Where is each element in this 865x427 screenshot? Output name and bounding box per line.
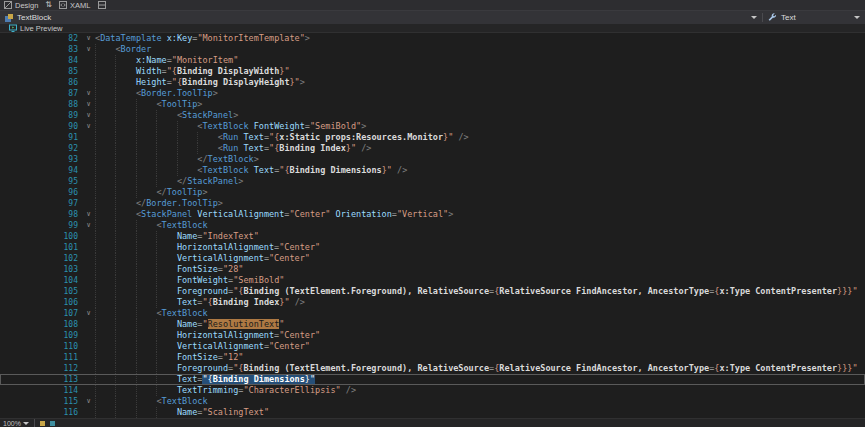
line-number[interactable]: 97 — [0, 198, 82, 209]
code-line[interactable]: 114TextTrimming="CharacterEllipsis" /> — [0, 385, 865, 396]
code-line[interactable]: 89∨<StackPanel> — [0, 110, 865, 121]
line-number[interactable]: 87 — [0, 88, 82, 99]
line-number[interactable]: 102 — [0, 253, 82, 264]
line-number[interactable]: 116 — [0, 407, 82, 418]
line-number[interactable]: 86 — [0, 77, 82, 88]
code-token: Name — [177, 319, 197, 329]
indent-guide — [95, 385, 115, 396]
design-tab-label: Design — [15, 1, 38, 10]
line-number[interactable]: 85 — [0, 66, 82, 77]
code-line[interactable]: 109HorizontalAlignment="Center" — [0, 330, 865, 341]
code-line[interactable]: 82∨<DataTemplate x:Key="MonitorItemTempl… — [0, 33, 865, 44]
code-line[interactable]: 83∨<Border — [0, 44, 865, 55]
line-number[interactable]: 99 — [0, 220, 82, 231]
fold-collapse-icon[interactable]: ∨ — [82, 110, 95, 121]
line-number[interactable]: 82 — [0, 33, 82, 44]
line-number[interactable]: 96 — [0, 187, 82, 198]
xaml-tab[interactable]: XAML — [59, 1, 90, 10]
line-number[interactable]: 89 — [0, 110, 82, 121]
code-line[interactable]: 104FontWeight="SemiBold" — [0, 275, 865, 286]
code-line[interactable]: 94<TextBlock Text="{Binding Dimensions}"… — [0, 165, 865, 176]
code-line[interactable]: 105Foreground="{Binding (TextElement.For… — [0, 286, 865, 297]
fold-collapse-icon[interactable]: ∨ — [82, 44, 95, 55]
code-editor[interactable]: 82∨<DataTemplate x:Key="MonitorItemTempl… — [0, 33, 865, 418]
code-line[interactable]: 103FontSize="28" — [0, 264, 865, 275]
code-line[interactable]: 99∨<TextBlock — [0, 220, 865, 231]
code-text: FontSize="12" — [95, 352, 865, 363]
line-number[interactable]: 107 — [0, 308, 82, 319]
status-icon[interactable] — [50, 421, 55, 426]
design-tab[interactable]: Design — [4, 1, 38, 10]
swap-panes-icon[interactable]: ⇅ — [45, 1, 52, 9]
line-number[interactable]: 113 — [0, 374, 82, 385]
line-number[interactable]: 95 — [0, 176, 82, 187]
line-number[interactable]: 84 — [0, 55, 82, 66]
code-line[interactable]: 91<Run Text="{x:Static props:Resources.M… — [0, 132, 865, 143]
fold-collapse-icon[interactable]: ∨ — [82, 88, 95, 99]
indent-guide — [95, 275, 115, 286]
code-line[interactable]: 108Name="ResolutionText" — [0, 319, 865, 330]
line-number[interactable]: 111 — [0, 352, 82, 363]
line-number[interactable]: 115 — [0, 396, 82, 407]
fold-collapse-icon[interactable]: ∨ — [82, 33, 95, 44]
line-number[interactable]: 90 — [0, 121, 82, 132]
line-number[interactable]: 104 — [0, 275, 82, 286]
indent-guide — [95, 396, 115, 407]
fold-collapse-icon[interactable]: ∨ — [82, 121, 95, 132]
split-view-icon[interactable] — [98, 1, 106, 9]
line-number[interactable]: 114 — [0, 385, 82, 396]
code-line[interactable]: 96</ToolTip> — [0, 187, 865, 198]
code-line[interactable]: 100Name="IndexText" — [0, 231, 865, 242]
indent-guide — [156, 319, 176, 330]
line-number[interactable]: 105 — [0, 286, 82, 297]
element-breadcrumb-dropdown[interactable]: TextBlock — [0, 11, 762, 24]
code-token: "MonitorItemTemplate" — [197, 33, 304, 43]
code-line[interactable]: 97</Border.ToolTip> — [0, 198, 865, 209]
code-line[interactable]: 116Name="ScalingText" — [0, 407, 865, 418]
line-number[interactable]: 94 — [0, 165, 82, 176]
code-line[interactable]: 84x:Name="MonitorItem" — [0, 55, 865, 66]
code-line[interactable]: 113Text="{Binding Dimensions}" — [0, 374, 865, 385]
line-number[interactable]: 98 — [0, 209, 82, 220]
line-number[interactable]: 92 — [0, 143, 82, 154]
health-indicator-icon[interactable] — [40, 421, 45, 426]
code-line[interactable]: 86Height="{Binding DisplayHeight}"> — [0, 77, 865, 88]
line-number[interactable]: 93 — [0, 154, 82, 165]
code-line[interactable]: 102VerticalAlignment="Center" — [0, 253, 865, 264]
line-number[interactable]: 112 — [0, 363, 82, 374]
line-number[interactable]: 83 — [0, 44, 82, 55]
code-line[interactable]: 88∨<ToolTip> — [0, 99, 865, 110]
code-line[interactable]: 115∨<TextBlock — [0, 396, 865, 407]
line-number[interactable]: 88 — [0, 99, 82, 110]
fold-collapse-icon[interactable]: ∨ — [82, 209, 95, 220]
property-breadcrumb-dropdown[interactable]: Text — [763, 11, 865, 24]
fold-collapse-icon[interactable]: ∨ — [82, 220, 95, 231]
line-number[interactable]: 106 — [0, 297, 82, 308]
line-number[interactable]: 108 — [0, 319, 82, 330]
code-line[interactable]: 98∨<StackPanel VerticalAlignment="Center… — [0, 209, 865, 220]
code-line[interactable]: 107∨<TextBlock — [0, 308, 865, 319]
line-number[interactable]: 100 — [0, 231, 82, 242]
code-line[interactable]: 111FontSize="12" — [0, 352, 865, 363]
code-line[interactable]: 93</TextBlock> — [0, 154, 865, 165]
line-number[interactable]: 109 — [0, 330, 82, 341]
line-number[interactable]: 103 — [0, 264, 82, 275]
code-line[interactable]: 101HorizontalAlignment="Center" — [0, 242, 865, 253]
fold-collapse-icon[interactable]: ∨ — [82, 99, 95, 110]
line-number[interactable]: 91 — [0, 132, 82, 143]
line-number[interactable]: 101 — [0, 242, 82, 253]
code-line[interactable]: 90∨<TextBlock FontWeight="SemiBold"> — [0, 121, 865, 132]
code-line[interactable]: 110VerticalAlignment="Center" — [0, 341, 865, 352]
live-preview-label[interactable]: Live Preview — [20, 24, 63, 33]
line-number[interactable]: 110 — [0, 341, 82, 352]
code-line[interactable]: 95</StackPanel> — [0, 176, 865, 187]
fold-collapse-icon[interactable]: ∨ — [82, 308, 95, 319]
code-line[interactable]: 106Text="{Binding Index}" /> — [0, 297, 865, 308]
code-line[interactable]: 92<Run Text="{Binding Index}" /> — [0, 143, 865, 154]
code-line[interactable]: 85Width="{Binding DisplayWidth}" — [0, 66, 865, 77]
code-line[interactable]: 112Foreground="{Binding (TextElement.For… — [0, 363, 865, 374]
code-line[interactable]: 87∨<Border.ToolTip> — [0, 88, 865, 99]
fold-collapse-icon[interactable]: ∨ — [82, 396, 95, 407]
zoom-control[interactable]: 100% — [3, 420, 29, 427]
code-token: </ — [136, 198, 146, 208]
